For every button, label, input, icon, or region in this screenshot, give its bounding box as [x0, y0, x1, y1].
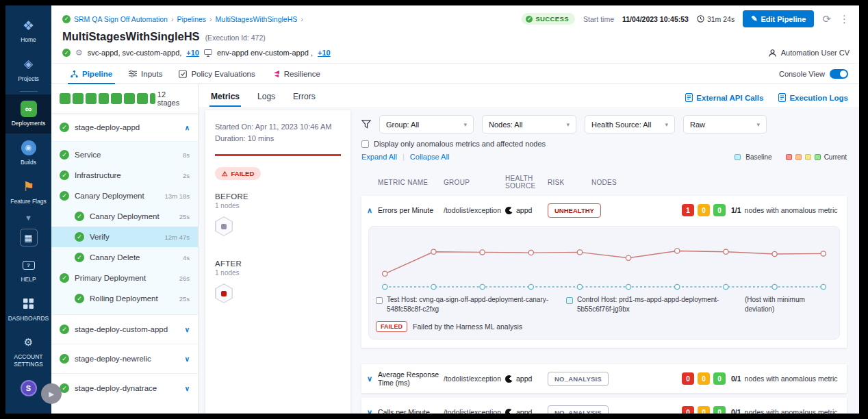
expand-row-icon[interactable]: ∨	[361, 374, 378, 383]
breadcrumb-pipeline-name[interactable]: MultiStagesWithSingleHS	[216, 15, 298, 23]
resilience-icon	[272, 70, 280, 78]
external-api-calls-link[interactable]: External API Calls	[685, 93, 763, 102]
pipeline-icon	[71, 70, 78, 78]
risk-badge: NO_ANALYSIS	[548, 405, 609, 414]
service-icon: ⚙	[75, 48, 83, 58]
verification-summary-card: Started On: Apr 11, 2023 10:46 AM Durati…	[205, 110, 350, 414]
console-view-toggle[interactable]	[830, 69, 848, 79]
table-row[interactable]: ∨ Average Response Time (ms) /todolist/e…	[361, 364, 847, 393]
tab-inputs[interactable]: Inputs	[120, 64, 170, 84]
tab-pipeline[interactable]: Pipeline	[62, 64, 120, 84]
main-area: ✓ SRM QA Sign Off Automation › Pipelines…	[51, 5, 859, 414]
sidebar-item-help[interactable]: ? HELP	[5, 251, 51, 290]
step-primary-deployment[interactable]: ✓ Primary Deployment 26s	[51, 268, 198, 288]
pencil-icon: ✎	[751, 14, 757, 23]
after-node-count: 1 nodes	[215, 269, 341, 277]
user-name: Automation User CV	[781, 49, 850, 57]
sidebar-item-builds[interactable]: ◉ Builds	[5, 134, 51, 173]
services-more-link[interactable]: +10	[186, 49, 199, 57]
test-host-checkbox[interactable]	[376, 297, 383, 304]
tab-resilience[interactable]: Resilience	[264, 64, 329, 84]
before-label: BEFORE	[215, 192, 341, 201]
execution-logs-link[interactable]: Execution Logs	[778, 93, 848, 102]
chevron-down-icon: ∨	[185, 326, 190, 333]
tab-logs[interactable]: Logs	[256, 89, 277, 107]
environments-more-link[interactable]: +10	[318, 49, 331, 57]
anomalous-only-checkbox[interactable]	[361, 140, 369, 148]
step-rolling-deployment[interactable]: ✓ Rolling Deployment 25s	[51, 288, 198, 309]
stage-group-newrelic[interactable]: ✓ stage-deploy-newrelic ∨	[51, 344, 198, 373]
group-filter-select[interactable]: Group: All ▾	[379, 115, 474, 134]
breadcrumb-pipelines[interactable]: Pipelines	[177, 15, 206, 23]
sidebar-item-label: DASHBOARDS	[8, 315, 49, 322]
refresh-icon[interactable]: ⟳	[822, 13, 831, 25]
grid-icon: ▦	[24, 233, 32, 243]
step-infrastructure[interactable]: ✓ Infrastructure 2s	[51, 165, 198, 186]
health-source-filter-select[interactable]: Health Source: All ▾	[585, 115, 675, 134]
tab-policy-evaluations[interactable]: Policy Evaluations	[170, 64, 263, 84]
user-icon	[768, 49, 777, 58]
warning-node-count: 0	[698, 372, 710, 385]
sidebar-item-home[interactable]: ❖ Home	[5, 11, 51, 50]
col-metric-name: METRIC NAME	[378, 179, 444, 186]
start-time-label: Start time	[583, 15, 614, 23]
chevron-down-icon[interactable]: ▼	[22, 211, 35, 225]
panel-collapse-handle[interactable]: ▶	[41, 383, 62, 404]
edit-pipeline-button[interactable]: ✎ Edit Pipeline	[743, 10, 814, 27]
step-canary-deployment-group[interactable]: ✓ Canary Deployment 13m 18s	[51, 186, 198, 206]
module-picker-button[interactable]: ▦	[20, 229, 38, 246]
step-canary-deployment[interactable]: ✓ Canary Deployment 25s	[51, 206, 198, 227]
sidebar-item-feature-flags[interactable]: ⚑ Feature Flags	[5, 173, 51, 212]
inputs-icon	[129, 70, 137, 77]
stage-group-appd[interactable]: ✓ stage-deploy-appd ∧	[51, 114, 198, 141]
breadcrumb-project[interactable]: SRM QA Sign Off Automation	[74, 15, 168, 23]
stage-steps: ✓ Service 8s ✓ Infrastructure 2s ✓ Canar…	[51, 141, 198, 314]
sidebar-item-deployments[interactable]: ∞ Deployments	[5, 94, 51, 134]
before-node-hexagon[interactable]	[215, 216, 233, 236]
filter-icon[interactable]	[361, 120, 371, 129]
environments-list: env-appd env-custom-appd ,	[217, 49, 313, 57]
sidebar-item-dashboards[interactable]: DASHBOARDS	[5, 290, 51, 329]
collapse-all-link[interactable]: Collapse All	[410, 153, 449, 161]
step-canary-delete[interactable]: ✓ Canary Delete 4s	[51, 247, 198, 268]
verification-duration: Duration: 10 mins	[215, 133, 341, 144]
warning-icon: ⚠	[222, 170, 228, 177]
table-row[interactable]: ∨ Calls per Minute /todolist/exception a…	[361, 398, 847, 414]
expand-row-icon[interactable]: ∨	[361, 408, 378, 414]
chevron-down-icon: ∨	[185, 385, 190, 392]
healthy-node-count: 0	[713, 204, 726, 216]
success-check-icon: ✓	[75, 232, 84, 242]
sidebar-item-projects[interactable]: ◈ Projects	[5, 50, 51, 89]
stage-group-custom-appd[interactable]: ✓ stage-deploy-custom-appd ∨	[51, 314, 198, 344]
tab-errors[interactable]: Errors	[292, 89, 317, 107]
success-check-icon: ✓	[75, 294, 84, 303]
stage-group-dynatrace[interactable]: ✓ stage-deploy-dynatrace ∨	[51, 373, 198, 403]
risk-badge: NO_ANALYSIS	[548, 372, 609, 386]
data-type-select[interactable]: Raw ▾	[683, 115, 767, 134]
sidebar-item-account-settings[interactable]: ⚙ ACCOUNT SETTINGS	[5, 328, 51, 374]
kebab-menu-icon[interactable]: ⋮	[839, 13, 850, 25]
step-service[interactable]: ✓ Service 8s	[51, 144, 198, 165]
chevron-down-icon: ∨	[185, 355, 190, 363]
nodes-filter-select[interactable]: Nodes: All ▾	[482, 115, 576, 134]
after-node-hexagon[interactable]	[215, 283, 233, 303]
sidebar-item-label: HELP	[21, 276, 36, 283]
status-badge: ✓ SUCCESS	[522, 13, 575, 25]
sidebar-item-label: Home	[21, 36, 36, 44]
tab-metrics[interactable]: Metrics	[209, 89, 241, 107]
expand-all-link[interactable]: Expand All	[361, 153, 397, 161]
step-verify[interactable]: ✓ Verify 12m 47s	[51, 227, 198, 247]
control-host-checkbox[interactable]	[566, 297, 573, 304]
collapse-row-icon[interactable]: ∧	[361, 206, 378, 215]
avatar[interactable]: S	[21, 380, 37, 396]
anomalous-only-label: Display only anomalous metrics and affec…	[374, 140, 546, 148]
success-check-icon: ✓	[526, 16, 533, 23]
success-check-icon: ✓	[60, 150, 69, 160]
healthy-node-count: 0	[713, 406, 726, 414]
stage-list-panel: 12 stages ✓ stage-deploy-appd ∧ ✓ Servic…	[51, 84, 199, 414]
after-label: AFTER	[215, 259, 341, 268]
nav-divider	[20, 91, 38, 92]
table-row[interactable]: ∧ Errors per Minute /todolist/exception …	[361, 196, 847, 225]
appdynamics-icon	[505, 207, 513, 214]
metric-comparison-chart[interactable]	[376, 231, 832, 294]
